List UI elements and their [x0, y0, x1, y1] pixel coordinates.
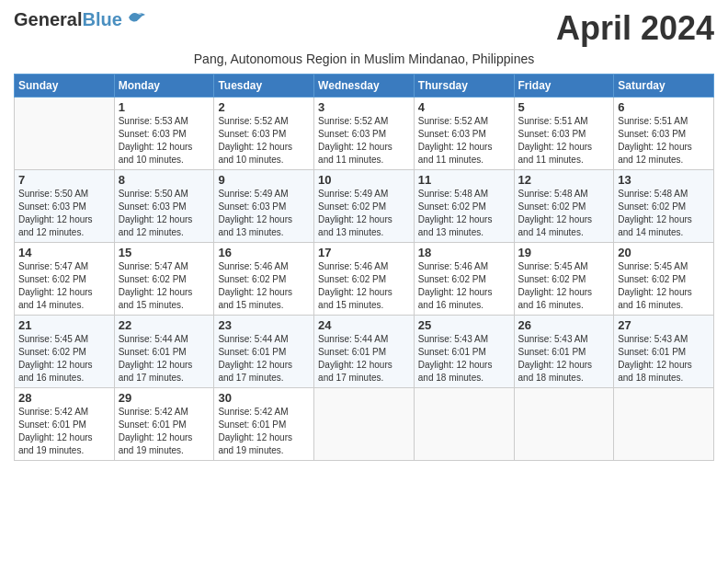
day-number: 28 [18, 391, 110, 405]
calendar-cell: 2Sunrise: 5:52 AMSunset: 6:03 PMDaylight… [214, 98, 314, 170]
day-info: Sunrise: 5:43 AMSunset: 6:01 PMDaylight:… [418, 333, 510, 385]
calendar-cell: 25Sunrise: 5:43 AMSunset: 6:01 PMDayligh… [414, 316, 514, 388]
day-number: 4 [418, 100, 510, 114]
day-number: 20 [618, 246, 710, 259]
column-header-friday: Friday [514, 75, 614, 98]
calendar-cell: 15Sunrise: 5:47 AMSunset: 6:02 PMDayligh… [114, 243, 214, 316]
day-number: 17 [318, 246, 410, 259]
calendar-week-row: 28Sunrise: 5:42 AMSunset: 6:01 PMDayligh… [15, 388, 714, 461]
day-info: Sunrise: 5:46 AMSunset: 6:02 PMDaylight:… [318, 260, 410, 312]
day-number: 15 [119, 246, 210, 259]
calendar-cell: 11Sunrise: 5:48 AMSunset: 6:02 PMDayligh… [414, 170, 514, 243]
day-info: Sunrise: 5:46 AMSunset: 6:02 PMDaylight:… [418, 260, 510, 312]
calendar-cell [514, 388, 614, 461]
calendar-cell [414, 388, 514, 461]
calendar-cell: 6Sunrise: 5:51 AMSunset: 6:03 PMDaylight… [614, 98, 714, 170]
day-number: 10 [318, 173, 410, 187]
day-number: 7 [18, 173, 110, 187]
page-header: GeneralBlue April 2024 [14, 9, 714, 48]
day-info: Sunrise: 5:43 AMSunset: 6:01 PMDaylight:… [518, 333, 610, 385]
calendar-cell: 9Sunrise: 5:49 AMSunset: 6:03 PMDaylight… [214, 170, 314, 243]
day-number: 1 [119, 100, 210, 114]
calendar-cell: 16Sunrise: 5:46 AMSunset: 6:02 PMDayligh… [214, 243, 314, 316]
logo: GeneralBlue [14, 9, 147, 29]
calendar-cell: 26Sunrise: 5:43 AMSunset: 6:01 PMDayligh… [514, 316, 614, 388]
day-info: Sunrise: 5:51 AMSunset: 6:03 PMDaylight:… [618, 115, 710, 167]
calendar-header-row: SundayMondayTuesdayWednesdayThursdayFrid… [15, 75, 714, 98]
day-number: 26 [518, 318, 610, 332]
day-number: 23 [218, 318, 310, 332]
day-info: Sunrise: 5:52 AMSunset: 6:03 PMDaylight:… [318, 115, 410, 167]
calendar-cell: 20Sunrise: 5:45 AMSunset: 6:02 PMDayligh… [614, 243, 714, 316]
calendar-cell: 29Sunrise: 5:42 AMSunset: 6:01 PMDayligh… [114, 388, 214, 461]
day-info: Sunrise: 5:49 AMSunset: 6:02 PMDaylight:… [318, 188, 410, 239]
column-header-tuesday: Tuesday [214, 75, 314, 98]
calendar-cell: 7Sunrise: 5:50 AMSunset: 6:03 PMDaylight… [15, 170, 115, 243]
day-number: 21 [18, 318, 110, 332]
calendar-cell: 5Sunrise: 5:51 AMSunset: 6:03 PMDaylight… [514, 98, 614, 170]
day-info: Sunrise: 5:47 AMSunset: 6:02 PMDaylight:… [18, 260, 110, 312]
day-info: Sunrise: 5:44 AMSunset: 6:01 PMDaylight:… [218, 333, 310, 385]
calendar-cell: 27Sunrise: 5:43 AMSunset: 6:01 PMDayligh… [614, 316, 714, 388]
day-info: Sunrise: 5:44 AMSunset: 6:01 PMDaylight:… [318, 333, 410, 385]
calendar-cell: 1Sunrise: 5:53 AMSunset: 6:03 PMDaylight… [114, 98, 214, 170]
calendar-week-row: 1Sunrise: 5:53 AMSunset: 6:03 PMDaylight… [15, 98, 714, 170]
day-number: 29 [119, 391, 210, 405]
calendar-cell: 24Sunrise: 5:44 AMSunset: 6:01 PMDayligh… [314, 316, 415, 388]
day-number: 12 [518, 173, 610, 187]
day-info: Sunrise: 5:48 AMSunset: 6:02 PMDaylight:… [518, 188, 610, 239]
calendar-cell [614, 388, 714, 461]
day-number: 18 [418, 246, 510, 259]
calendar-cell: 30Sunrise: 5:42 AMSunset: 6:01 PMDayligh… [214, 388, 314, 461]
day-info: Sunrise: 5:47 AMSunset: 6:02 PMDaylight:… [119, 260, 210, 312]
day-number: 25 [418, 318, 510, 332]
calendar-cell: 8Sunrise: 5:50 AMSunset: 6:03 PMDaylight… [114, 170, 214, 243]
day-number: 5 [518, 100, 610, 114]
day-number: 24 [318, 318, 410, 332]
column-header-saturday: Saturday [614, 75, 714, 98]
month-title: April 2024 [556, 9, 714, 48]
calendar-cell: 17Sunrise: 5:46 AMSunset: 6:02 PMDayligh… [314, 243, 415, 316]
calendar-cell [15, 98, 115, 170]
calendar-cell: 18Sunrise: 5:46 AMSunset: 6:02 PMDayligh… [414, 243, 514, 316]
day-info: Sunrise: 5:42 AMSunset: 6:01 PMDaylight:… [18, 406, 110, 457]
calendar-cell: 12Sunrise: 5:48 AMSunset: 6:02 PMDayligh… [514, 170, 614, 243]
day-info: Sunrise: 5:48 AMSunset: 6:02 PMDaylight:… [418, 188, 510, 239]
calendar-cell: 23Sunrise: 5:44 AMSunset: 6:01 PMDayligh… [214, 316, 314, 388]
day-number: 30 [218, 391, 310, 405]
day-info: Sunrise: 5:49 AMSunset: 6:03 PMDaylight:… [218, 188, 310, 239]
calendar-cell: 13Sunrise: 5:48 AMSunset: 6:02 PMDayligh… [614, 170, 714, 243]
day-info: Sunrise: 5:50 AMSunset: 6:03 PMDaylight:… [18, 188, 110, 239]
day-number: 16 [218, 246, 310, 259]
day-number: 14 [18, 246, 110, 259]
calendar-week-row: 14Sunrise: 5:47 AMSunset: 6:02 PMDayligh… [15, 243, 714, 316]
day-number: 2 [218, 100, 310, 114]
day-info: Sunrise: 5:45 AMSunset: 6:02 PMDaylight:… [518, 260, 610, 312]
calendar-cell: 3Sunrise: 5:52 AMSunset: 6:03 PMDaylight… [314, 98, 415, 170]
calendar-cell [314, 388, 415, 461]
day-info: Sunrise: 5:42 AMSunset: 6:01 PMDaylight:… [218, 406, 310, 457]
subtitle: Pang, Autonomous Region in Muslim Mindan… [14, 52, 714, 66]
day-info: Sunrise: 5:45 AMSunset: 6:02 PMDaylight:… [18, 333, 110, 385]
calendar-cell: 4Sunrise: 5:52 AMSunset: 6:03 PMDaylight… [414, 98, 514, 170]
logo-text: GeneralBlue [14, 9, 122, 29]
column-header-wednesday: Wednesday [314, 75, 415, 98]
calendar-cell: 22Sunrise: 5:44 AMSunset: 6:01 PMDayligh… [114, 316, 214, 388]
calendar-cell: 21Sunrise: 5:45 AMSunset: 6:02 PMDayligh… [15, 316, 115, 388]
logo-bird-icon [127, 10, 147, 29]
column-header-sunday: Sunday [15, 75, 115, 98]
day-number: 11 [418, 173, 510, 187]
day-number: 3 [318, 100, 410, 114]
day-info: Sunrise: 5:53 AMSunset: 6:03 PMDaylight:… [119, 115, 210, 167]
day-info: Sunrise: 5:43 AMSunset: 6:01 PMDaylight:… [618, 333, 710, 385]
day-number: 27 [618, 318, 710, 332]
calendar-cell: 10Sunrise: 5:49 AMSunset: 6:02 PMDayligh… [314, 170, 415, 243]
calendar-cell: 14Sunrise: 5:47 AMSunset: 6:02 PMDayligh… [15, 243, 115, 316]
calendar-cell: 28Sunrise: 5:42 AMSunset: 6:01 PMDayligh… [15, 388, 115, 461]
day-number: 19 [518, 246, 610, 259]
logo-general: General [14, 9, 82, 29]
calendar-week-row: 7Sunrise: 5:50 AMSunset: 6:03 PMDaylight… [15, 170, 714, 243]
day-number: 22 [119, 318, 210, 332]
day-info: Sunrise: 5:44 AMSunset: 6:01 PMDaylight:… [119, 333, 210, 385]
day-number: 13 [618, 173, 710, 187]
